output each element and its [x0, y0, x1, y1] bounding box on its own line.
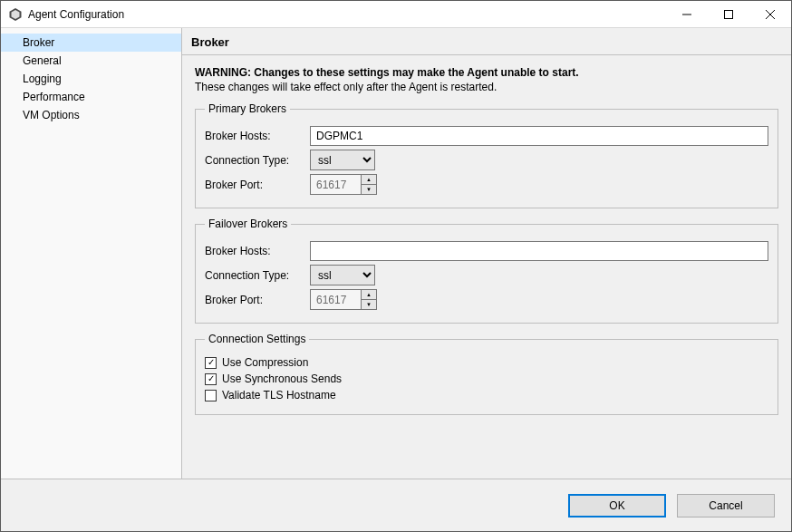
validate-tls-label: Validate TLS Hostname [222, 389, 336, 401]
failover-port-label: Broker Port: [205, 294, 306, 306]
primary-brokers-group: Primary Brokers Broker Hosts: Connection… [195, 102, 778, 208]
compression-label: Use Compression [222, 356, 308, 369]
dialog-button-row: OK Cancel [1, 479, 791, 531]
close-button[interactable] [749, 1, 791, 27]
primary-port-down[interactable]: ▼ [362, 184, 376, 194]
sync-sends-checkbox[interactable]: ✓ [205, 373, 217, 385]
page-title: Broker [182, 28, 791, 55]
sync-sends-label: Use Synchronous Sends [222, 372, 342, 385]
warning-subtext: These changes will take effect only afte… [195, 81, 778, 93]
connection-settings-group: Connection Settings ✓ Use Compression ✓ … [195, 333, 778, 415]
ok-button[interactable]: OK [568, 494, 666, 517]
primary-port-input[interactable] [310, 174, 361, 195]
validate-tls-checkbox[interactable] [205, 390, 217, 401]
failover-hosts-label: Broker Hosts: [205, 245, 306, 257]
sidebar-item-logging[interactable]: Logging [1, 70, 181, 88]
sidebar-item-performance[interactable]: Performance [1, 88, 181, 106]
failover-brokers-legend: Failover Brokers [205, 218, 291, 230]
window-title: Agent Configuration [28, 8, 666, 21]
failover-conn-select[interactable]: ssl [310, 265, 375, 285]
connection-settings-legend: Connection Settings [205, 333, 309, 345]
sidebar-item-vm-options[interactable]: VM Options [1, 106, 181, 124]
primary-port-up[interactable]: ▲ [362, 175, 376, 184]
sidebar-item-general[interactable]: General [1, 52, 181, 70]
primary-hosts-input[interactable] [310, 126, 768, 146]
primary-conn-select[interactable]: ssl [310, 150, 375, 170]
failover-hosts-input[interactable] [310, 241, 768, 261]
warning-text: WARNING: Changes to these settings may m… [195, 66, 778, 79]
failover-port-input[interactable] [310, 289, 361, 310]
failover-port-down[interactable]: ▼ [362, 299, 376, 309]
titlebar: Agent Configuration [1, 1, 791, 28]
cancel-button[interactable]: Cancel [677, 494, 775, 517]
main-panel: Broker WARNING: Changes to these setting… [182, 28, 791, 479]
failover-brokers-group: Failover Brokers Broker Hosts: Connectio… [195, 218, 778, 324]
primary-conn-label: Connection Type: [205, 154, 306, 167]
maximize-button[interactable] [708, 1, 749, 27]
sidebar-item-broker[interactable]: Broker [1, 34, 181, 52]
primary-port-label: Broker Port: [205, 179, 306, 191]
svg-rect-3 [725, 10, 733, 18]
failover-port-up[interactable]: ▲ [362, 290, 376, 299]
app-icon [8, 7, 23, 22]
minimize-button[interactable] [666, 1, 708, 27]
window-controls [666, 1, 791, 27]
sidebar: Broker General Logging Performance VM Op… [1, 28, 182, 479]
primary-brokers-legend: Primary Brokers [205, 102, 290, 115]
primary-hosts-label: Broker Hosts: [205, 130, 306, 142]
compression-checkbox[interactable]: ✓ [205, 357, 217, 369]
failover-conn-label: Connection Type: [205, 269, 306, 282]
